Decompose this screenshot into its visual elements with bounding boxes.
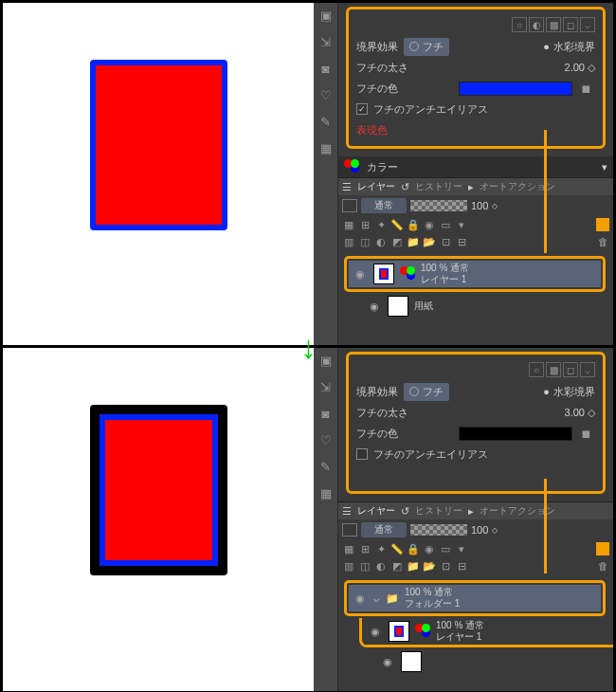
layer-thumb xyxy=(401,651,422,672)
rgb-icon xyxy=(415,624,430,639)
history-icon: ↺ xyxy=(401,181,409,193)
fg-color-icon[interactable] xyxy=(596,218,609,231)
layer-thumb xyxy=(389,621,409,642)
aa-label: フチのアンチエイリアス xyxy=(373,447,488,462)
camera-icon[interactable]: ◙ xyxy=(317,405,335,422)
toolstrip: ▣ ⇲ ◙ ♡ ✎ ▦ xyxy=(314,3,338,345)
grid-icon[interactable]: ▦ xyxy=(317,139,335,156)
outline-color-label: フチの色 xyxy=(356,82,398,96)
layer-name: レイヤー 1 xyxy=(436,631,484,643)
layer-opacity-label: 100 % 通常 xyxy=(436,620,484,631)
grid-icon[interactable]: ▦ xyxy=(317,484,335,501)
border-effect-label: 境界効果 xyxy=(356,385,398,399)
color-palette-tab[interactable]: カラー▾ xyxy=(338,156,613,177)
heart-icon[interactable]: ♡ xyxy=(317,431,335,448)
blend-icon[interactable] xyxy=(342,523,357,537)
blend-mode-select[interactable]: 通常 xyxy=(361,198,407,213)
tool-icon[interactable]: ▣ xyxy=(317,7,335,24)
visibility-icon[interactable]: ◉ xyxy=(367,300,382,313)
border-effect-panel: ○ ◐ ▩ ◻ ⌵ 境界効果 フチ ●水彩境界 フチの太さ 2.00 ◇ xyxy=(346,7,606,149)
mode-icon-4[interactable]: ◻ xyxy=(563,362,578,377)
tab-layers[interactable]: レイヤー xyxy=(357,504,395,518)
layer-toolbar-2: ▥◫◐◩📁📂⊡⊟ 🗑 xyxy=(338,557,613,574)
heart-icon[interactable]: ♡ xyxy=(317,86,335,103)
mode-icon-4[interactable]: ◻ xyxy=(563,17,578,32)
fuchi-button[interactable]: フチ xyxy=(404,383,449,401)
tab-history[interactable]: ヒストリー xyxy=(415,504,462,518)
history-icon: ↺ xyxy=(401,505,409,518)
mode-icon-2[interactable]: ◐ xyxy=(529,17,544,32)
watercolor-button[interactable]: ●水彩境界 xyxy=(543,385,595,399)
thickness-value[interactable]: 2.00 ◇ xyxy=(565,62,595,74)
opacity-slider[interactable] xyxy=(410,524,467,536)
opacity-value[interactable]: 100 xyxy=(471,200,488,211)
mode-icon-1[interactable]: ○ xyxy=(529,362,544,377)
outline-color-swatch[interactable] xyxy=(459,427,572,441)
fuchi-button[interactable]: フチ xyxy=(404,38,449,56)
layer-highlight-box: ◉ 100 % 通常 レイヤー 1 xyxy=(344,256,606,292)
opacity-value[interactable]: 100 xyxy=(471,524,488,536)
tab-history[interactable]: ヒストリー xyxy=(415,180,462,193)
canvas-top xyxy=(3,3,314,345)
aa-label: フチのアンチエイリアス xyxy=(373,102,488,117)
layer-item-paper[interactable]: ◉ 用紙 xyxy=(363,294,606,319)
edit-icon[interactable]: ✎ xyxy=(317,458,335,475)
auto-icon: ▸ xyxy=(468,181,474,193)
rgb-icon xyxy=(400,266,415,282)
watercolor-button[interactable]: ●水彩境界 xyxy=(543,40,595,54)
blend-icon[interactable] xyxy=(342,199,357,212)
connector-line xyxy=(544,479,547,574)
trash-icon[interactable]: 🗑 xyxy=(596,559,609,573)
layer-item-layer1[interactable]: ◉ 100 % 通常 レイヤー 1 xyxy=(349,261,601,287)
edit-icon[interactable]: ✎ xyxy=(317,113,335,130)
outline-color-label: フチの色 xyxy=(356,427,398,441)
layer-opacity-label: 100 % 通常 xyxy=(421,263,469,274)
export-icon[interactable]: ⇲ xyxy=(317,33,335,50)
export-icon[interactable]: ⇲ xyxy=(317,378,335,395)
folder-icon: 📁 xyxy=(386,592,399,605)
mode-icon-3[interactable]: ▩ xyxy=(546,362,561,377)
layer-toolbar: ▦⊞✦📏🔒◉▭▾ xyxy=(338,216,613,233)
layer-name: 用紙 xyxy=(414,300,433,312)
visibility-icon[interactable]: ◉ xyxy=(368,626,383,638)
visibility-icon[interactable]: ◉ xyxy=(353,592,368,605)
layer-item-extra[interactable]: ◉ xyxy=(376,649,606,674)
blend-mode-select[interactable]: 通常 xyxy=(361,522,407,537)
layer-item-folder[interactable]: ◉ ⌵ 📁 100 % 通常 フォルダー 1 xyxy=(349,585,601,611)
mode-expand-icon[interactable]: ⌵ xyxy=(580,362,595,377)
child-indicator: ◉ 100 % 通常 レイヤー 1 xyxy=(359,618,613,647)
border-effect-panel: ○ ▩ ◻ ⌵ 境界効果 フチ ●水彩境界 フチの太さ 3.00 ◇ xyxy=(346,352,606,494)
eyedropper-icon[interactable]: ◆ xyxy=(574,421,598,445)
camera-icon[interactable]: ◙ xyxy=(317,60,335,77)
aa-checkbox[interactable] xyxy=(356,448,368,460)
tool-icon[interactable]: ▣ xyxy=(317,352,335,369)
layer-toolbar: ▦⊞✦📏🔒◉▭▾ xyxy=(338,540,613,557)
outline-color-swatch[interactable] xyxy=(459,82,572,96)
layer-name: レイヤー 1 xyxy=(421,274,469,285)
opacity-slider[interactable] xyxy=(410,200,467,211)
mode-icon-1[interactable]: ○ xyxy=(512,17,527,32)
trash-icon[interactable]: 🗑 xyxy=(596,235,609,248)
mode-expand-icon[interactable]: ⌵ xyxy=(580,17,595,32)
rgb-icon xyxy=(344,159,359,174)
transition-arrow: ↓ xyxy=(300,329,317,366)
layer-toolbar-2: ▥◫◐◩📁📂⊡⊟ 🗑 xyxy=(338,233,613,250)
folder-highlight-box: ◉ ⌵ 📁 100 % 通常 フォルダー 1 xyxy=(344,580,606,616)
thickness-value[interactable]: 3.00 ◇ xyxy=(565,407,595,419)
folder-opacity-label: 100 % 通常 xyxy=(405,587,460,598)
layer-item-layer1[interactable]: ◉ 100 % 通常 レイヤー 1 xyxy=(364,618,606,645)
fg-color-icon[interactable] xyxy=(596,542,609,555)
folder-expand-icon[interactable]: ⌵ xyxy=(373,592,380,605)
expression-label: 表現色 xyxy=(356,123,388,137)
thickness-label: フチの太さ xyxy=(356,406,408,420)
visibility-icon[interactable]: ◉ xyxy=(353,268,368,281)
mode-icon-3[interactable]: ▩ xyxy=(546,17,561,32)
layer-thumb xyxy=(373,264,394,284)
aa-checkbox[interactable]: ✓ xyxy=(356,103,368,115)
visibility-icon[interactable]: ◉ xyxy=(380,656,395,668)
thickness-label: フチの太さ xyxy=(356,61,408,75)
tab-layers[interactable]: レイヤー xyxy=(357,180,395,193)
eyedropper-icon[interactable]: ◆ xyxy=(574,76,598,100)
red-square-blue-outline xyxy=(90,60,227,230)
canvas-bottom xyxy=(3,348,314,691)
